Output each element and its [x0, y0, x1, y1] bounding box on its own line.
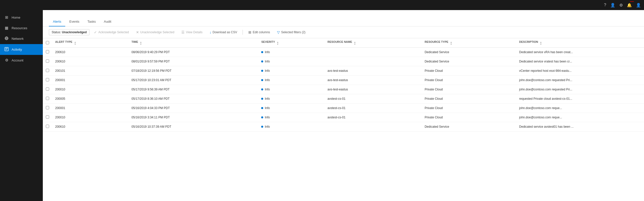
cell-time: 05/16/2019 10:37:39 AM PDT — [128, 122, 258, 131]
unacknowledge-button[interactable]: ✕ Unacknowledge Selected — [133, 29, 177, 36]
cell-resource-type: Dedicated Service — [422, 48, 516, 57]
row-checkbox-cell[interactable] — [43, 76, 52, 85]
x-icon: ✕ — [136, 30, 139, 34]
row-checkbox-cell[interactable] — [43, 122, 52, 131]
table-row: 200101 07/18/2019 12:19:56 PM PDT Info a… — [43, 66, 644, 76]
cell-resource-name: avstest-cs-01 — [324, 104, 422, 113]
cell-description: Dedicated service vratest has been cr... — [516, 57, 644, 66]
sort-resource-type: ▲▼ — [450, 41, 452, 45]
row-checkbox[interactable] — [46, 50, 49, 53]
download-csv-button[interactable]: ↓ Download as CSV — [207, 29, 240, 36]
sidebar-item-label: Resources — [12, 26, 27, 30]
sidebar-item-activity[interactable]: Activity — [0, 44, 43, 55]
severity-label: Info — [265, 60, 270, 63]
cell-resource-name: avstest-cs-01 — [324, 113, 422, 122]
cell-time: 05/16/2019 3:34:11 PM PDT — [128, 113, 258, 122]
toolbar: Status: Unacknowledged ✓ Acknowledge Sel… — [43, 26, 644, 38]
sort-description: ▲▼ — [540, 41, 542, 45]
cell-severity: Info — [258, 66, 324, 76]
acknowledge-button[interactable]: ✓ Acknowledge Selected — [91, 29, 131, 36]
cell-severity: Info — [258, 122, 324, 131]
row-checkbox-cell[interactable] — [43, 57, 52, 66]
network-icon — [4, 36, 9, 41]
cell-description: john.doe@contoso.com reque... — [516, 113, 644, 122]
col-severity[interactable]: SEVERITY ▲▼ — [258, 38, 324, 48]
bell-icon[interactable]: 🔔 — [627, 3, 632, 8]
account-settings-icon: ⚙ — [4, 58, 9, 62]
row-checkbox-cell[interactable] — [43, 104, 52, 113]
cell-time: 08/06/2019 9:40:29 PM PDT — [128, 48, 258, 57]
col-resource-type[interactable]: RESOURCE TYPE ▲▼ — [422, 38, 516, 48]
cell-time: 05/17/2019 9:56:39 AM PDT — [128, 85, 258, 94]
cell-resource-name: avstest-cs-01 — [324, 94, 422, 104]
selected-filters-button[interactable]: ▽ Selected filters (2) — [275, 29, 308, 36]
sidebar-item-label: Home — [12, 16, 20, 19]
row-checkbox-cell[interactable] — [43, 94, 52, 104]
help-icon[interactable]: ? — [604, 3, 606, 7]
sort-time: ▲▼ — [140, 41, 142, 45]
row-checkbox[interactable] — [46, 78, 49, 81]
unacknowledge-label: Unacknowledge Selected — [140, 30, 174, 34]
row-checkbox[interactable] — [46, 106, 49, 109]
cell-resource-type: Private Cloud — [422, 76, 516, 85]
tab-events[interactable]: Events — [65, 17, 83, 26]
severity-dot — [261, 126, 263, 128]
sidebar-item-home[interactable]: ⊞ Home — [0, 12, 43, 23]
table-row: 200001 05/16/2019 4:04:33 PM PDT Info av… — [43, 104, 644, 113]
sidebar-item-resources[interactable]: ▦ Resources — [0, 23, 43, 33]
severity-dot — [261, 60, 263, 62]
resources-icon: ▦ — [4, 26, 9, 30]
select-all-header[interactable] — [43, 38, 52, 48]
table-row: 200010 05/16/2019 3:34:11 PM PDT Info av… — [43, 113, 644, 122]
severity-label: Info — [265, 97, 270, 100]
tab-tasks[interactable]: Tasks — [83, 17, 100, 26]
severity-label: Info — [265, 106, 270, 110]
select-all-checkbox[interactable] — [46, 41, 49, 44]
cell-alert-type: 200001 — [52, 76, 128, 85]
settings-icon[interactable]: ⚙ — [619, 3, 623, 8]
view-details-button[interactable]: ☰ View Details — [179, 29, 205, 36]
row-checkbox-cell[interactable] — [43, 66, 52, 76]
row-checkbox[interactable] — [46, 59, 49, 63]
severity-dot — [261, 88, 263, 90]
sort-severity: ▲▼ — [277, 41, 279, 45]
edit-columns-button[interactable]: ⊞ Edit columns — [246, 29, 273, 36]
row-checkbox[interactable] — [46, 97, 49, 100]
cell-resource-name — [324, 122, 422, 131]
col-time[interactable]: TIME ▲▼ — [128, 38, 258, 48]
row-checkbox-cell[interactable] — [43, 113, 52, 122]
cell-resource-name — [324, 57, 422, 66]
person-icon[interactable]: 👤 — [610, 3, 615, 8]
sidebar-item-network[interactable]: Network — [0, 33, 43, 44]
columns-icon: ⊞ — [248, 30, 251, 34]
row-checkbox[interactable] — [46, 125, 49, 128]
severity-dot — [261, 107, 263, 109]
severity-dot — [261, 51, 263, 53]
filter-icon: ▽ — [277, 30, 280, 34]
row-checkbox-cell[interactable] — [43, 48, 52, 57]
row-checkbox[interactable] — [46, 87, 49, 91]
cell-severity: Info — [258, 104, 324, 113]
cell-alert-type: 200010 — [52, 85, 128, 94]
cell-alert-type: 200005 — [52, 94, 128, 104]
severity-label: Info — [265, 125, 270, 128]
cell-time: 07/18/2019 12:19:56 PM PDT — [128, 66, 258, 76]
cell-resource-type: Private Cloud — [422, 66, 516, 76]
tab-audit[interactable]: Audit — [100, 17, 115, 26]
cell-severity: Info — [258, 113, 324, 122]
col-resource-name[interactable]: RESOURCE NAME ▲▼ — [324, 38, 422, 48]
list-icon: ☰ — [181, 30, 185, 34]
cell-resource-name — [324, 48, 422, 57]
row-checkbox[interactable] — [46, 69, 49, 72]
sidebar-item-account[interactable]: ⚙ Account — [0, 55, 43, 65]
col-alert-type[interactable]: ALERT TYPE ▲▼ — [52, 38, 128, 48]
severity-dot — [261, 70, 263, 72]
cell-severity: Info — [258, 85, 324, 94]
row-checkbox[interactable] — [46, 115, 49, 119]
col-description[interactable]: DESCRIPTION ▲▼ — [516, 38, 644, 48]
account-icon[interactable]: 👤 — [636, 3, 641, 8]
status-filter-badge[interactable]: Status: Unacknowledged — [49, 29, 89, 35]
tab-alerts[interactable]: Alerts — [49, 17, 65, 26]
cell-description: Dedicated service vRA has been creat... — [516, 48, 644, 57]
row-checkbox-cell[interactable] — [43, 85, 52, 94]
